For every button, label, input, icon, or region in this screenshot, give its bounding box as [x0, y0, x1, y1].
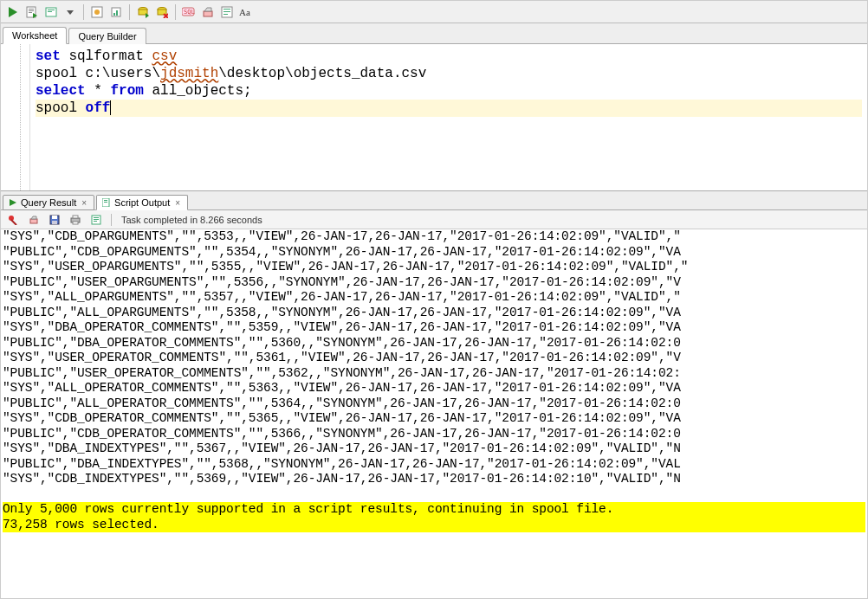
svg-point-11: [94, 10, 100, 15]
svg-rect-4: [29, 12, 32, 13]
task-status: Task completed in 8.266 seconds: [121, 215, 262, 225]
unshared-icon[interactable]: SQL: [180, 3, 198, 21]
output-row: "PUBLIC","USER_OPERATOR_COMMENTS","",536…: [3, 366, 681, 380]
svg-rect-7: [48, 10, 55, 10]
svg-rect-2: [29, 9, 34, 10]
output-row: "PUBLIC","DBA_OPERATOR_COMMENTS","",5360…: [3, 336, 681, 350]
script-icon: [102, 198, 111, 207]
tab-script-output-label: Script Output: [114, 197, 170, 208]
svg-rect-44: [73, 222, 78, 224]
svg-marker-25: [204, 8, 211, 11]
svg-text:Aa: Aa: [239, 7, 250, 17]
save-icon[interactable]: [46, 211, 63, 229]
svg-text:SQL: SQL: [184, 9, 195, 16]
dropdown-icon[interactable]: [62, 3, 79, 21]
editor-gutter: [1, 44, 30, 190]
pin-icon[interactable]: [4, 211, 22, 229]
output-row: "SYS","CDB_OPARGUMENTS","",5353,,"VIEW",…: [3, 229, 681, 243]
sql-history-icon[interactable]: [218, 3, 236, 21]
svg-marker-9: [67, 10, 74, 15]
rollback-icon[interactable]: [153, 3, 171, 21]
tab-query-result[interactable]: Query Result ×: [3, 195, 94, 210]
tab-worksheet[interactable]: Worksheet: [3, 27, 67, 44]
tab-script-output[interactable]: Script Output ×: [96, 195, 188, 210]
main-toolbar: SQL Aa: [1, 1, 867, 23]
svg-rect-46: [94, 217, 99, 218]
svg-rect-29: [223, 14, 228, 15]
output-row: "PUBLIC","USER_OPARGUMENTS","",5356,,"SY…: [3, 275, 681, 289]
script-output-toolbar: Task completed in 8.266 seconds: [1, 210, 867, 229]
sql-tuning-icon[interactable]: [107, 3, 125, 21]
tab-query-result-label: Query Result: [21, 197, 76, 208]
output-row: "PUBLIC","CDB_OPARGUMENTS","",5354,,"SYN…: [3, 245, 681, 259]
erase-icon[interactable]: [25, 211, 42, 229]
text-caret: [110, 100, 111, 115]
commit-icon[interactable]: [134, 3, 152, 21]
svg-rect-27: [223, 9, 230, 10]
output-row: "PUBLIC","ALL_OPERATOR_COMMENTS","",5364…: [3, 396, 681, 410]
sql-editor[interactable]: set sqlformat csv spool c:\users\jdsmith…: [30, 44, 867, 190]
to-upper-icon[interactable]: Aa: [237, 3, 255, 21]
svg-rect-13: [113, 13, 115, 16]
autotrace-icon[interactable]: [88, 3, 106, 21]
output-row: "SYS","CDB_INDEXTYPES","",5369,,"VIEW",2…: [3, 472, 681, 486]
output-row: "SYS","ALL_OPARGUMENTS","",5357,,"VIEW",…: [3, 290, 681, 304]
output-row: "SYS","USER_OPERATOR_COMMENTS","",5361,,…: [3, 351, 681, 364]
svg-rect-37: [30, 219, 37, 223]
buffer-icon[interactable]: [87, 211, 105, 229]
svg-rect-24: [204, 11, 212, 16]
worksheet-tabs: Worksheet Query Builder: [1, 23, 867, 44]
svg-line-36: [11, 220, 16, 225]
svg-rect-47: [94, 219, 99, 220]
output-row: "SYS","CDB_OPERATOR_COMMENTS","",5365,,"…: [3, 411, 681, 425]
svg-rect-34: [104, 202, 107, 203]
output-row: "SYS","ALL_OPERATOR_COMMENTS","",5363,,"…: [3, 381, 681, 395]
clear-icon[interactable]: [199, 3, 217, 21]
svg-rect-33: [104, 200, 107, 201]
output-row: "PUBLIC","CDB_OPERATOR_COMMENTS","",5366…: [3, 427, 681, 441]
run-script-icon[interactable]: [23, 3, 41, 21]
svg-marker-38: [31, 216, 36, 219]
output-highlight: 73,258 rows selected.: [3, 518, 865, 533]
svg-marker-31: [10, 199, 16, 206]
svg-rect-28: [223, 11, 230, 12]
output-row: "SYS","USER_OPARGUMENTS","",5355,,"VIEW"…: [3, 260, 688, 274]
svg-rect-8: [48, 11, 52, 12]
output-row: "SYS","DBA_OPERATOR_COMMENTS","",5359,,"…: [3, 320, 681, 334]
script-output-area[interactable]: "SYS","CDB_OPARGUMENTS","",5353,,"VIEW",…: [1, 229, 867, 598]
output-row: "SYS","DBA_INDEXTYPES","",5367,,"VIEW",2…: [3, 441, 681, 455]
output-highlight: Only 5,000 rows currently supported in a…: [3, 502, 865, 518]
print-icon[interactable]: [67, 211, 84, 229]
svg-rect-14: [116, 10, 118, 16]
close-icon[interactable]: ×: [80, 198, 88, 208]
play-icon: [9, 198, 17, 207]
close-icon[interactable]: ×: [173, 198, 182, 208]
output-row: "PUBLIC","DBA_INDEXTYPES","",5368,,"SYNO…: [3, 457, 681, 471]
explain-icon[interactable]: [42, 3, 60, 21]
tab-query-builder[interactable]: Query Builder: [68, 28, 146, 44]
svg-rect-40: [52, 216, 57, 219]
svg-rect-48: [94, 221, 97, 222]
run-icon[interactable]: [4, 3, 22, 21]
result-tabs: Query Result × Script Output ×: [1, 191, 867, 210]
output-row: "PUBLIC","ALL_OPARGUMENTS","",5358,,"SYN…: [3, 306, 681, 319]
editor-area: set sqlformat csv spool c:\users\jdsmith…: [1, 44, 867, 191]
svg-marker-0: [9, 7, 17, 17]
svg-rect-43: [73, 216, 78, 218]
svg-rect-41: [52, 221, 57, 224]
svg-rect-3: [29, 10, 34, 11]
